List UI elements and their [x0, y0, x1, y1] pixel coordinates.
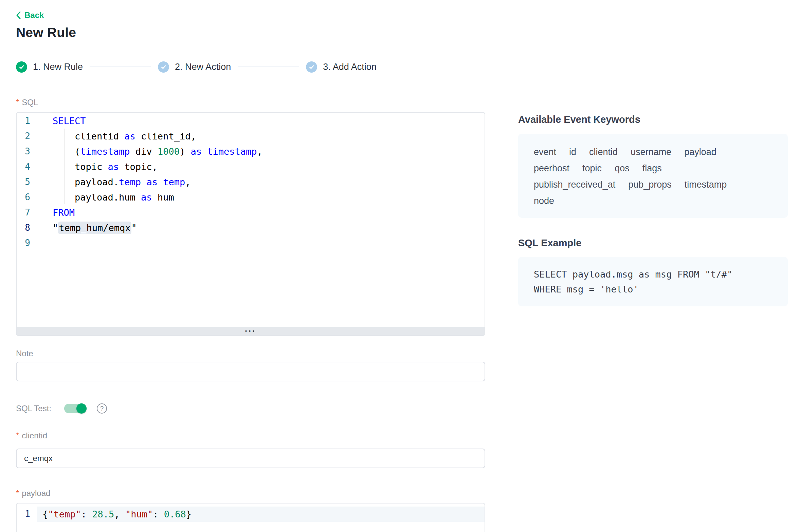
keyword-item[interactable]: pub_props [628, 176, 672, 193]
keyword-row: publish_received_atpub_propstimestamp [534, 176, 772, 193]
line-number: 6 [17, 190, 37, 205]
keyword-item[interactable]: peerhost [534, 160, 569, 176]
step-connector [238, 66, 299, 67]
keyword-item[interactable]: payload [684, 144, 716, 160]
code-line: 4 topic as topic, [17, 159, 485, 174]
indent-guide [53, 129, 53, 204]
keyword-item[interactable]: id [569, 144, 576, 160]
keyword-row: eventidclientidusernamepayload [534, 144, 772, 160]
help-icon[interactable]: ? [97, 403, 107, 414]
chevron-left-icon [16, 11, 21, 20]
step-check-icon [16, 61, 27, 73]
payload-code-editor[interactable]: 1{"temp": 28.5, "hum": 0.68} [16, 503, 485, 532]
payload-field-label: *payload [16, 489, 50, 498]
keyword-item[interactable]: qos [615, 160, 630, 176]
sql-test-row: SQL Test: ? [16, 403, 107, 414]
required-asterisk: * [16, 431, 19, 440]
keyword-item[interactable]: username [631, 144, 671, 160]
code-line: 6 payload.hum as hum [17, 190, 485, 205]
sql-test-label: SQL Test: [16, 404, 51, 413]
code-line: 8"temp_hum/emqx" [17, 220, 485, 235]
indent-guide [64, 129, 65, 204]
required-asterisk: * [16, 489, 19, 498]
keyword-item[interactable]: node [534, 193, 554, 209]
keyword-item[interactable]: timestamp [685, 176, 727, 193]
keyword-item[interactable]: event [534, 144, 556, 160]
line-number: 3 [17, 144, 37, 159]
sql-code-lines: 1SELECT2 clientid as client_id,3 (timest… [17, 113, 485, 251]
code-line: 2 clientid as client_id, [17, 129, 485, 144]
line-number: 7 [17, 205, 37, 220]
line-number: 9 [17, 235, 37, 251]
sql-example-panel: SELECT payload.msg as msg FROM "t/#"WHER… [518, 257, 788, 306]
line-number: 5 [17, 174, 37, 190]
step-connector [90, 66, 151, 67]
stepper-step[interactable]: 3. Add Action [306, 61, 377, 73]
keywords-panel: eventidclientidusernamepayloadpeerhostto… [518, 134, 788, 218]
line-number: 2 [17, 129, 37, 144]
sql-example-title: SQL Example [518, 238, 581, 249]
back-label: Back [24, 11, 44, 20]
keyword-item[interactable]: flags [642, 160, 662, 176]
payload-code-lines: 1{"temp": 28.5, "hum": 0.68} [17, 504, 485, 522]
keyword-item[interactable]: clientid [589, 144, 618, 160]
code-line: 1{"temp": 28.5, "hum": 0.68} [17, 507, 485, 522]
sql-code-editor[interactable]: 1SELECT2 clientid as client_id,3 (timest… [16, 112, 485, 336]
stepper-step[interactable]: 1. New Rule [16, 61, 83, 73]
code-line: 7FROM [17, 205, 485, 220]
code-line: 1SELECT [17, 113, 485, 129]
line-number: 1 [17, 113, 37, 129]
clientid-input[interactable] [16, 449, 485, 468]
sql-editor-resize-bar[interactable]: ••• [17, 327, 485, 335]
more-handle-icon: ••• [245, 327, 256, 335]
code-line: 3 (timestamp div 1000) as timestamp, [17, 144, 485, 159]
sql-field-label: *SQL [16, 98, 38, 107]
keyword-row: peerhosttopicqosflags [534, 160, 772, 176]
line-number: 8 [17, 220, 37, 235]
line-number: 1 [17, 507, 37, 522]
example-code-line: SELECT payload.msg as msg FROM "t/#" [534, 267, 772, 282]
note-field-label: Note [16, 349, 33, 358]
sql-test-toggle[interactable] [64, 404, 86, 413]
back-link[interactable]: Back [16, 11, 44, 20]
toggle-knob [76, 403, 87, 414]
required-asterisk: * [16, 98, 19, 107]
keywords-panel-title: Available Event Keywords [518, 114, 640, 125]
step-label: 1. New Rule [33, 62, 83, 72]
keyword-item[interactable]: topic [582, 160, 602, 176]
step-label: 2. New Action [175, 62, 231, 72]
step-check-icon [158, 61, 169, 73]
code-line: 9 [17, 235, 485, 251]
line-number: 4 [17, 159, 37, 174]
keyword-item[interactable]: publish_received_at [534, 176, 615, 193]
stepper-step[interactable]: 2. New Action [158, 61, 231, 73]
new-rule-page: Back New Rule 1. New Rule 2. New Action [0, 0, 800, 532]
step-check-icon [306, 61, 317, 73]
code-line: 5 payload.temp as temp, [17, 174, 485, 190]
example-code-line: WHERE msg = 'hello' [534, 282, 772, 297]
clientid-field-label: *clientid [16, 431, 47, 440]
step-label: 3. Add Action [323, 62, 377, 72]
page-title: New Rule [16, 25, 76, 40]
note-input[interactable] [16, 362, 485, 381]
keyword-row: node [534, 193, 772, 209]
stepper: 1. New Rule 2. New Action 3. Add Action [16, 61, 377, 73]
